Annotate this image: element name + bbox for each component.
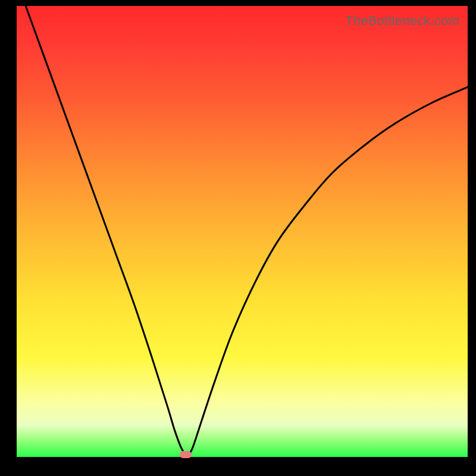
chart-container: TheBottleneck.com: [0, 0, 476, 476]
watermark-text: TheBottleneck.com: [345, 13, 459, 29]
bottleneck-curve: [26, 6, 468, 456]
curve-svg: [17, 6, 468, 457]
plot-area: TheBottleneck.com: [17, 6, 468, 457]
optimum-marker: [180, 451, 192, 458]
